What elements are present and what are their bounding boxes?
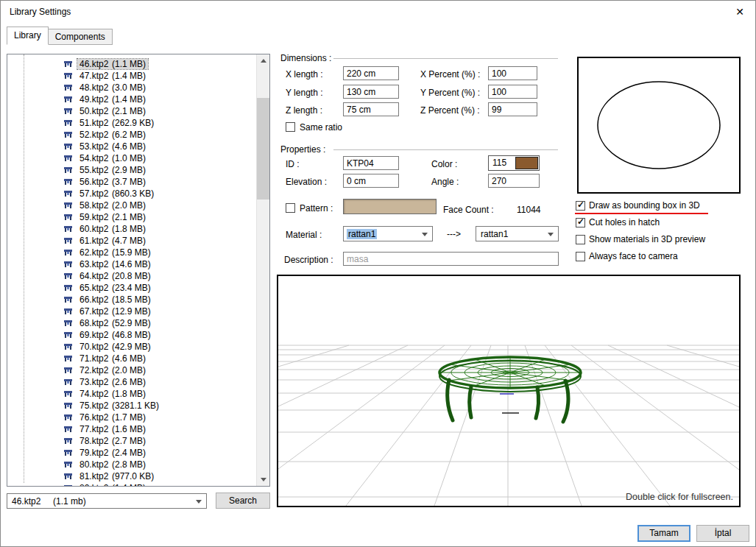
list-item[interactable]: 58.ktp2(2.0 MB) xyxy=(7,200,257,211)
z-length-input[interactable] xyxy=(343,102,399,116)
list-item[interactable]: 71.ktp2(4.6 MB) xyxy=(7,353,257,364)
list-item[interactable]: 68.ktp2(52.9 MB) xyxy=(7,317,257,329)
y-length-label: Y length : xyxy=(286,88,322,98)
file-select-combo[interactable]: 46.ktp2 (1.1 mb) xyxy=(7,493,207,509)
list-item[interactable]: 51.ktp2(262.9 KB) xyxy=(7,117,257,129)
scroll-up-icon[interactable] xyxy=(257,54,269,67)
furniture-icon xyxy=(63,154,73,163)
material-target-combo[interactable]: rattan1 xyxy=(476,226,559,241)
x-length-input[interactable] xyxy=(343,66,399,80)
file-size: (4.7 MB) xyxy=(112,236,146,246)
list-item[interactable]: 67.ktp2(12.9 MB) xyxy=(7,306,257,317)
file-size: (2.9 MB) xyxy=(112,165,146,175)
preview-options: Draw as bounding box in 3D Cut holes in … xyxy=(576,200,705,261)
furniture-icon xyxy=(63,119,73,127)
file-name: 59.ktp2 xyxy=(80,212,112,222)
list-item[interactable]: 49.ktp2(1.4 MB) xyxy=(7,93,257,105)
color-picker[interactable]: 115 xyxy=(488,155,540,171)
list-item[interactable]: 48.ktp2(3.0 MB) xyxy=(7,82,257,93)
list-item[interactable]: 76.ktp2(1.7 MB) xyxy=(7,412,257,423)
list-item[interactable]: 50.ktp2(2.1 MB) xyxy=(7,105,257,117)
elevation-label: Elevation : xyxy=(286,177,327,187)
checkbox[interactable] xyxy=(576,218,585,227)
search-button[interactable]: Search xyxy=(216,493,270,509)
list-item[interactable]: 80.ktp2(2.8 MB) xyxy=(7,459,257,470)
list-item[interactable]: 53.ktp2(4.6 MB) xyxy=(7,141,257,152)
list-item[interactable]: 56.ktp2(3.7 MB) xyxy=(7,176,257,188)
checkbox[interactable] xyxy=(576,201,585,211)
tab-components[interactable]: Components xyxy=(48,29,113,45)
list-item[interactable]: 74.ktp2(1.8 MB) xyxy=(7,388,257,400)
furniture-icon xyxy=(63,248,73,257)
3d-viewport[interactable]: Double click for fullscreen. xyxy=(277,275,741,507)
pattern-swatch[interactable] xyxy=(343,199,437,214)
list-item[interactable]: 65.ktp2(23.4 MB) xyxy=(7,282,257,294)
list-item[interactable]: 78.ktp2(2.7 MB) xyxy=(7,435,257,447)
y-length-input[interactable] xyxy=(343,85,399,99)
material-source-combo[interactable]: rattan1 xyxy=(343,226,433,241)
list-item[interactable]: 81.ktp2(977.0 KB) xyxy=(7,470,257,482)
pattern-checkbox[interactable] xyxy=(286,203,295,213)
scrollbar[interactable] xyxy=(256,54,269,486)
color-label: Color : xyxy=(431,159,457,169)
y-percent-input[interactable] xyxy=(488,85,537,99)
file-size: (23.4 MB) xyxy=(112,283,151,293)
scrollbar-thumb[interactable] xyxy=(257,98,269,200)
preview-option[interactable]: Draw as bounding box in 3D xyxy=(576,200,705,211)
scroll-down-icon[interactable] xyxy=(257,473,269,486)
file-size: (14.6 MB) xyxy=(112,259,151,269)
file-name: 65.ktp2 xyxy=(80,283,112,293)
same-ratio-checkbox[interactable] xyxy=(286,122,295,132)
preview-option[interactable]: Always face to camera xyxy=(576,251,705,261)
id-input[interactable] xyxy=(343,156,399,170)
list-item[interactable]: 57.ktp2(860.3 KB) xyxy=(7,188,257,200)
list-item[interactable]: 64.ktp2(20.8 MB) xyxy=(7,270,257,282)
file-name: 48.ktp2 xyxy=(80,82,112,93)
close-icon[interactable]: ✕ xyxy=(730,4,749,20)
list-item[interactable]: 55.ktp2(2.9 MB) xyxy=(7,164,257,176)
cancel-button[interactable]: İptal xyxy=(696,525,749,542)
list-item[interactable]: 54.ktp2(1.0 MB) xyxy=(7,152,257,164)
list-item[interactable]: 63.ktp2(14.6 MB) xyxy=(7,258,257,270)
z-percent-input[interactable] xyxy=(488,102,537,116)
list-item[interactable]: 59.ktp2(2.1 MB) xyxy=(7,211,257,223)
furniture-icon xyxy=(63,472,73,481)
furniture-icon xyxy=(63,177,73,186)
list-item[interactable]: 61.ktp2(4.7 MB) xyxy=(7,235,257,247)
list-item[interactable]: 82.ktp2(1.4 MB) xyxy=(7,482,257,486)
furniture-icon xyxy=(63,189,73,198)
chevron-down-icon xyxy=(422,233,428,236)
list-item[interactable]: 75.ktp2(3281.1 KB) xyxy=(7,400,257,412)
elevation-input[interactable] xyxy=(343,174,399,188)
list-item[interactable]: 46.ktp2(1.1 MB) xyxy=(7,58,257,70)
file-name: 58.ktp2 xyxy=(80,200,112,211)
checkbox[interactable] xyxy=(576,235,585,244)
list-item[interactable]: 62.ktp2(15.9 MB) xyxy=(7,247,257,258)
checkbox[interactable] xyxy=(576,252,585,261)
list-item[interactable]: 77.ktp2(1.6 MB) xyxy=(7,423,257,435)
list-item[interactable]: 47.ktp2(1.4 MB) xyxy=(7,70,257,82)
preview-option[interactable]: Show materials in 3D preview xyxy=(576,234,705,244)
x-length-label: X length : xyxy=(286,69,323,80)
list-item[interactable]: 66.ktp2(18.5 MB) xyxy=(7,294,257,306)
file-size: (2.7 MB) xyxy=(112,436,146,446)
x-percent-input[interactable] xyxy=(488,66,537,80)
angle-input[interactable] xyxy=(488,174,540,188)
top-view-ellipse xyxy=(579,58,739,192)
file-name: 53.ktp2 xyxy=(80,141,112,152)
y-percent-label: Y Percent (%) : xyxy=(420,88,480,98)
file-size: (2.6 MB) xyxy=(112,377,146,387)
list-item[interactable]: 52.ktp2(6.2 MB) xyxy=(7,129,257,141)
list-item[interactable]: 73.ktp2(2.6 MB) xyxy=(7,376,257,388)
description-input[interactable] xyxy=(343,252,559,266)
list-item[interactable]: 72.ktp2(2.0 MB) xyxy=(7,364,257,376)
preview-option[interactable]: Cut holes in hatch xyxy=(576,217,705,227)
list-item[interactable]: 60.ktp2(1.8 MB) xyxy=(7,223,257,235)
tab-library[interactable]: Library xyxy=(7,27,49,45)
furniture-icon xyxy=(63,484,73,486)
list-item[interactable]: 79.ktp2(2.4 MB) xyxy=(7,447,257,459)
list-item[interactable]: 69.ktp2(46.8 MB) xyxy=(7,329,257,341)
chevron-down-icon xyxy=(548,233,554,236)
ok-button[interactable]: Tamam xyxy=(637,525,690,542)
list-item[interactable]: 70.ktp2(42.9 MB) xyxy=(7,341,257,353)
